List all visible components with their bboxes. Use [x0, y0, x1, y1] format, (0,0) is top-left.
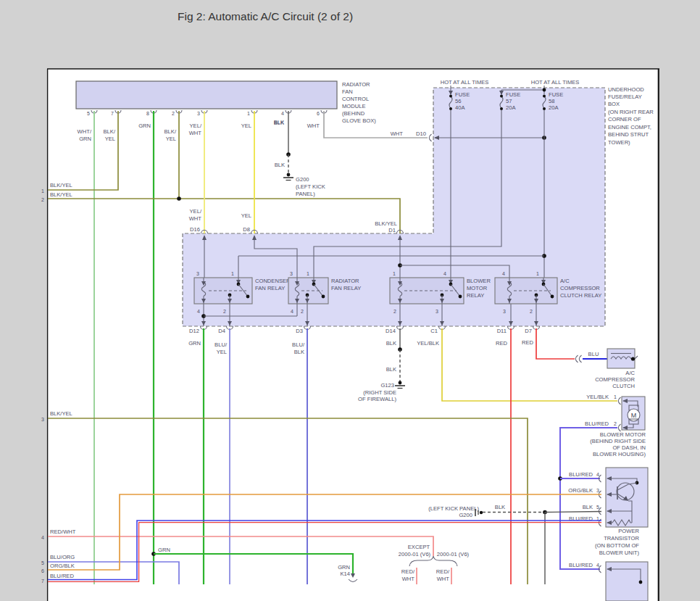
svg-text:BEHIND STRUT: BEHIND STRUT: [608, 131, 649, 138]
relay-name: RADIATOR: [331, 278, 359, 284]
wire-color-label: WHT: [189, 130, 202, 136]
pin-number: 4: [596, 563, 599, 568]
connector-label: D7: [525, 328, 532, 334]
fuse-number: 58: [549, 98, 554, 104]
connector-label: D4: [218, 328, 225, 334]
ground-name: G123: [380, 382, 394, 389]
svg-text:FUSE/RELAY: FUSE/RELAY: [608, 94, 642, 100]
relay-name: RELAY: [467, 292, 484, 299]
connector-label: D12: [189, 328, 199, 334]
connector-label: K14: [340, 571, 350, 577]
wire-color-label: BLU/: [214, 341, 228, 348]
svg-text:CORNER OF: CORNER OF: [608, 116, 641, 123]
screenshot-root: Fig 2: Automatic A/C Circuit (2 of 2) RA…: [0, 0, 700, 601]
variant-label: 2000-01 (V6): [399, 551, 431, 558]
relay-pin: 2: [301, 309, 304, 314]
wire-color-label: YEL/: [190, 208, 202, 215]
wire-color-label: WHT: [391, 130, 404, 137]
wire-color-label: BLU/: [292, 341, 305, 348]
connector-label: C1: [430, 328, 438, 334]
wire-color-label: WHT: [307, 123, 320, 129]
wire-color-label: ORG/BLK: [568, 487, 593, 494]
component-label: TRANSISTOR: [604, 535, 639, 542]
module-pin-number: 1: [247, 111, 250, 116]
module-label-line: RADIATOR: [342, 81, 370, 88]
wire-color-label: RED/: [436, 568, 450, 575]
wire-color-label: YEL: [241, 123, 251, 129]
connector-label: D1: [388, 227, 396, 233]
wire-color-label: YEL/: [190, 123, 202, 129]
component-label: BLOWER MOTOR: [600, 431, 646, 438]
relay-name: FAN RELAY: [255, 285, 285, 291]
svg-text:ENGINE COMPT,: ENGINE COMPT,: [608, 124, 651, 130]
left-wire-number: 5: [41, 560, 44, 565]
component-label: POWER: [618, 528, 639, 534]
left-wire-number: 6: [41, 568, 44, 573]
connector-label: D8: [243, 226, 250, 233]
connector-label: D11: [497, 328, 507, 334]
variant-label: EXCEPT: [408, 544, 430, 550]
connector-label: D3: [296, 328, 303, 334]
left-wire-label: BLU/ORG: [50, 554, 75, 560]
wire-color-label: BLU/RED: [569, 471, 593, 478]
wire-color-label: RED: [522, 339, 534, 346]
hot-at-all-times-label: HOT AT ALL TIMES: [531, 79, 580, 86]
wire-color-label: BLU/RED: [585, 420, 609, 427]
left-wire-number: 3: [41, 417, 44, 422]
wire-color-label: BLK: [275, 162, 285, 168]
component-label: OF DASH, IN: [612, 444, 646, 451]
relay-name: BLOWER: [467, 278, 491, 284]
left-wire-label: BLK/YEL: [50, 191, 72, 198]
left-wire-number: 4: [41, 535, 44, 540]
relay-name: COMPRESSOR: [560, 285, 600, 291]
wire-color-label: GRN: [188, 340, 201, 347]
fuse-number: 57: [506, 98, 512, 104]
module-label-line: CONTROL: [342, 96, 369, 102]
fuse-number: 56: [455, 98, 461, 104]
module-label-line: MODULE: [342, 103, 366, 109]
wire-color-label: WHT: [402, 576, 415, 582]
ground-location: (LEFT KICK PANEL): [428, 505, 479, 512]
wire-color-label: BLK/: [104, 128, 116, 135]
wire-color-label: RED/: [401, 568, 415, 575]
relay-pin: 3: [436, 309, 438, 314]
pin-number: 3: [596, 488, 599, 493]
component-label: BLOWER HOUSING): [593, 451, 646, 457]
wire-color-label: BLK: [386, 340, 396, 347]
relay-name: MOTOR: [467, 285, 488, 291]
wire-color-label: BLU/RED: [569, 562, 593, 568]
ground-name: G200: [459, 512, 472, 518]
left-wire-number: 2: [41, 197, 44, 202]
module-pin-number: 3: [197, 111, 200, 116]
relay-pin: 1: [393, 271, 396, 276]
wire-color-label: BLK/YEL: [375, 220, 397, 227]
module-label-line: GLOVE BOX): [342, 117, 376, 124]
wire-color-label: BLK: [495, 504, 505, 510]
wire-color-label: YEL: [241, 212, 251, 219]
ground-location: (RIGHT SIDE: [363, 389, 396, 396]
motor-symbol: M: [631, 412, 637, 419]
module-label-line: FAN: [342, 88, 353, 95]
wire-color-label: BLK: [583, 504, 593, 510]
wire-color-label: GRN: [79, 136, 91, 142]
module-pin-number: 5: [87, 111, 90, 116]
fuse-rating: 20A: [506, 104, 516, 111]
connector-label: D10: [416, 130, 426, 137]
wire-color-label: RED: [496, 340, 508, 347]
wire-color-label: WHT/: [78, 128, 92, 135]
relay-pin: 2: [223, 309, 226, 314]
component-label: CLUTCH: [612, 383, 635, 389]
wire-color-label: YEL: [166, 136, 176, 142]
module-pin-number: 4: [281, 111, 284, 116]
left-wire-number: 7: [41, 579, 44, 584]
component-label: A/C: [625, 370, 635, 376]
wire-color-label: BLK: [294, 349, 304, 355]
wire-color-label: YEL: [217, 349, 227, 355]
relay-pin: 4: [443, 271, 446, 276]
wire-color-label: YEL: [105, 136, 115, 142]
relay-name: A/C: [560, 278, 570, 284]
svg-text:TOWER): TOWER): [608, 139, 630, 146]
relay-name: CONDENSER: [255, 278, 291, 284]
wire-color-label: YEL/BLK: [586, 394, 609, 400]
relay-pin: 4: [502, 271, 505, 276]
